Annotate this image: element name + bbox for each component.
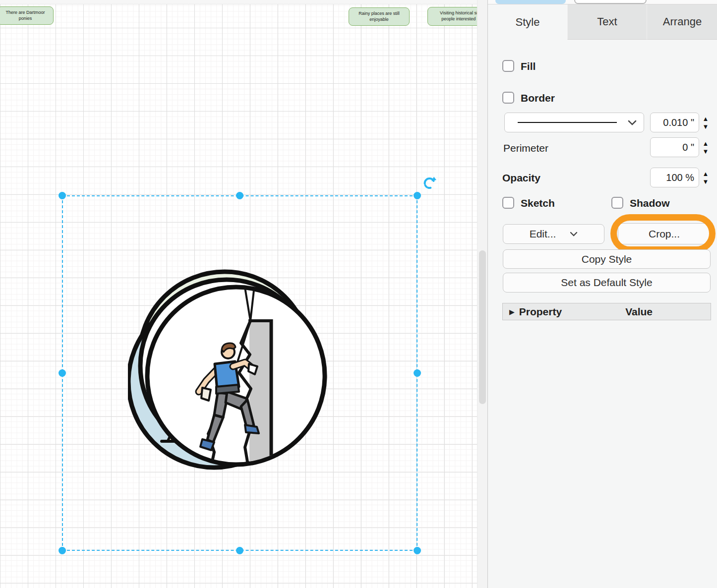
- format-panel: Style Text Arrange Fill Border ▲ ▼: [487, 0, 717, 588]
- stepper-up-icon[interactable]: ▲: [703, 140, 709, 147]
- sketch-label: Sketch: [521, 197, 555, 209]
- tab-arrange[interactable]: Arrange: [647, 4, 717, 40]
- edit-style-label: Edit...: [530, 228, 556, 240]
- edit-style-button[interactable]: Edit...: [503, 224, 604, 244]
- resize-handle-sw[interactable]: [59, 547, 66, 554]
- stepper-down-icon[interactable]: ▼: [703, 123, 709, 130]
- stepper-down-icon[interactable]: ▼: [703, 178, 709, 185]
- note-text: There are Dartmoor ponies: [0, 10, 51, 21]
- note-shape[interactable]: Rainy places are still enjoyable: [349, 7, 410, 26]
- sketch-checkbox[interactable]: [502, 197, 514, 209]
- resize-handle-ne[interactable]: [414, 192, 421, 199]
- fill-label: Fill: [521, 60, 536, 72]
- drawio-app: There are Dartmoor ponies Rainy places a…: [0, 0, 717, 588]
- scrollbar-thumb[interactable]: [479, 250, 486, 404]
- fill-checkbox[interactable]: [502, 60, 514, 72]
- vertical-scrollbar[interactable]: [477, 0, 487, 588]
- property-header-label: Property: [519, 306, 562, 318]
- stepper-up-icon[interactable]: ▲: [703, 116, 709, 122]
- line-style-sample: [518, 122, 617, 123]
- toolbar-sliver: [488, 0, 717, 4]
- set-default-style-label: Set as Default Style: [561, 277, 652, 289]
- crop-button[interactable]: Crop...: [618, 223, 711, 244]
- collapse-triangle-icon[interactable]: ▶: [509, 308, 515, 316]
- resize-handle-s[interactable]: [236, 547, 243, 554]
- shadow-label: Shadow: [630, 197, 670, 209]
- tab-label: Style: [516, 16, 540, 29]
- note-shape[interactable]: Visiting historical sites capeople inter…: [427, 7, 477, 26]
- border-checkbox[interactable]: [502, 92, 514, 104]
- resize-handle-n[interactable]: [236, 192, 243, 199]
- shadow-checkbox[interactable]: [611, 197, 623, 209]
- tab-style[interactable]: Style: [488, 4, 567, 40]
- diagram-canvas[interactable]: There are Dartmoor ponies Rainy places a…: [0, 0, 477, 588]
- copy-style-label: Copy Style: [582, 253, 632, 265]
- value-header-label: Value: [625, 306, 653, 318]
- tab-label: Arrange: [663, 15, 702, 28]
- set-default-style-button[interactable]: Set as Default Style: [503, 273, 711, 293]
- crop-label: Crop...: [649, 228, 680, 240]
- format-tabbar: Style Text Arrange: [488, 4, 717, 40]
- stepper-up-icon[interactable]: ▲: [703, 171, 709, 177]
- resize-handle-w[interactable]: [59, 369, 66, 377]
- border-width-stepper[interactable]: ▲ ▼: [700, 114, 711, 131]
- border-label: Border: [521, 92, 555, 104]
- note-text: Rainy places are still enjoyable: [352, 11, 407, 22]
- property-section-header[interactable]: ▶ Property Value: [502, 303, 711, 320]
- copy-style-button[interactable]: Copy Style: [503, 249, 711, 269]
- opacity-input[interactable]: [650, 168, 699, 187]
- perimeter-stepper[interactable]: ▲ ▼: [700, 138, 711, 156]
- chevron-down-icon: [628, 120, 637, 125]
- perimeter-label: Perimeter: [503, 142, 548, 154]
- opacity-label: Opacity: [502, 172, 540, 184]
- rotate-icon[interactable]: [422, 176, 437, 190]
- resize-handle-nw[interactable]: [59, 192, 66, 199]
- selected-image-rock-climber[interactable]: [128, 268, 327, 474]
- note-shape[interactable]: There are Dartmoor ponies: [0, 6, 54, 25]
- resize-handle-e[interactable]: [414, 369, 421, 377]
- opacity-stepper[interactable]: ▲ ▼: [700, 169, 711, 186]
- toolbar-button-partial: [495, 0, 566, 4]
- canvas-top-strip: [0, 0, 477, 4]
- toolbar-field-partial: [574, 0, 647, 4]
- line-style-select[interactable]: [504, 113, 644, 132]
- chevron-down-icon: [570, 232, 578, 236]
- perimeter-input[interactable]: [650, 137, 699, 157]
- border-width-input[interactable]: [650, 113, 699, 132]
- resize-handle-se[interactable]: [414, 547, 421, 554]
- note-text: Visiting historical sites capeople inter…: [440, 10, 477, 22]
- stepper-down-icon[interactable]: ▼: [703, 148, 709, 155]
- tab-label: Text: [597, 15, 617, 28]
- tab-text[interactable]: Text: [567, 4, 647, 40]
